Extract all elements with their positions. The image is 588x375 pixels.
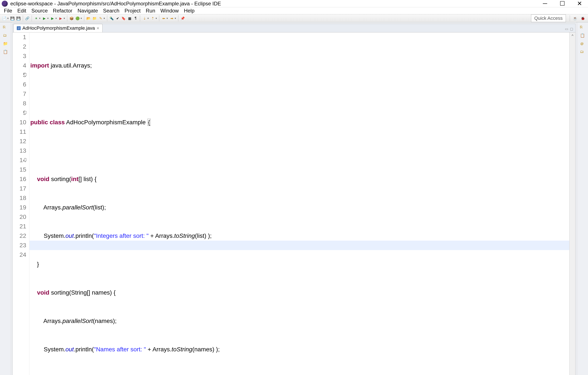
menu-refactor[interactable]: Refactor bbox=[51, 7, 74, 14]
scroll-up-icon[interactable]: ˄ bbox=[571, 32, 574, 42]
menu-navigate[interactable]: Navigate bbox=[75, 7, 100, 14]
fold-icon[interactable]: − bbox=[24, 111, 27, 114]
forward-icon[interactable]: ➡ bbox=[169, 16, 174, 21]
menu-source[interactable]: Source bbox=[29, 7, 50, 14]
pin-icon[interactable]: 📌 bbox=[180, 16, 185, 21]
dropdown-icon[interactable]: ▾ bbox=[104, 17, 105, 20]
main-area: ⎘ 🗂 📁 📋 J AdHocPolymorphismExample.java … bbox=[0, 22, 588, 375]
block-select-icon[interactable]: ▦ bbox=[127, 16, 132, 21]
maximize-button[interactable]: ☐ bbox=[558, 0, 567, 7]
menu-file[interactable]: File bbox=[2, 7, 14, 14]
menu-edit[interactable]: Edit bbox=[15, 7, 28, 14]
run-icon[interactable]: ▶ bbox=[42, 16, 47, 21]
line-number-gutter: 1 2 3 4 5− 6 7 8 9− 10 11 12 13 14− bbox=[13, 32, 30, 375]
save-icon[interactable]: 💾 bbox=[10, 16, 15, 21]
editor-panel: J AdHocPolymorphismExample.java ✕ ▭ ▢ 1 … bbox=[12, 24, 576, 375]
new-class-icon[interactable]: 🟢 bbox=[75, 16, 80, 21]
editor-tab-label: AdHocPolymorphismExample.java bbox=[22, 25, 95, 31]
new-icon[interactable]: 📄 bbox=[2, 16, 7, 21]
fold-icon[interactable]: − bbox=[24, 73, 27, 76]
menu-bar: File Edit Source Refactor Navigate Searc… bbox=[0, 7, 588, 14]
save-all-icon[interactable]: 💾 bbox=[16, 16, 21, 21]
debug-perspective-icon[interactable]: 🐞 bbox=[580, 15, 586, 21]
java-perspective-icon[interactable]: ☕ bbox=[572, 15, 578, 21]
new-task-icon[interactable]: ✎ bbox=[98, 16, 103, 21]
type-hierarchy-icon[interactable]: 🗂 bbox=[580, 49, 585, 55]
close-button[interactable]: ✕ bbox=[575, 0, 584, 7]
quick-access-input[interactable]: Quick Access bbox=[531, 14, 566, 22]
dropdown-icon[interactable]: ▾ bbox=[39, 17, 40, 20]
editor-tab-bar: J AdHocPolymorphismExample.java ✕ ▭ ▢ bbox=[13, 24, 575, 32]
debug-icon[interactable]: ✴ bbox=[33, 16, 39, 21]
java-file-icon: J bbox=[17, 26, 21, 30]
editor-tab-active[interactable]: J AdHocPolymorphismExample.java ✕ bbox=[13, 24, 103, 32]
maximize-view-icon[interactable]: ▢ bbox=[570, 27, 573, 31]
task-list-icon[interactable]: 📋 bbox=[580, 33, 585, 38]
left-trim: ⎘ 🗂 📁 📋 bbox=[0, 22, 11, 375]
next-annotation-icon[interactable]: ⇣ bbox=[142, 16, 147, 21]
navigator-icon[interactable]: 📋 bbox=[3, 49, 8, 55]
restore-icon[interactable]: ⎘ bbox=[3, 25, 8, 30]
dropdown-icon[interactable]: ▾ bbox=[167, 17, 168, 20]
code-editor[interactable]: 1 2 3 4 5− 6 7 8 9− 10 11 12 13 14− bbox=[13, 32, 575, 375]
menu-help[interactable]: Help bbox=[182, 7, 197, 14]
window-title: eclipse-workspace - JavaPolymorphism/src… bbox=[10, 1, 541, 7]
package-explorer-icon[interactable]: 🗂 bbox=[3, 33, 8, 38]
dropdown-icon[interactable]: ▾ bbox=[156, 17, 157, 20]
dropdown-icon[interactable]: ▾ bbox=[147, 17, 149, 20]
menu-project[interactable]: Project bbox=[123, 7, 143, 14]
right-trim: ⎘ 📋 ＠ 🗂 bbox=[577, 22, 588, 375]
open-type-icon[interactable]: 📂 bbox=[86, 16, 91, 21]
prev-annotation-icon[interactable]: ⇡ bbox=[150, 16, 155, 21]
eclipse-icon bbox=[2, 1, 8, 7]
restore-icon[interactable]: ⎘ bbox=[580, 25, 585, 30]
minimize-button[interactable]: ─ bbox=[541, 0, 549, 7]
fold-icon[interactable]: − bbox=[24, 159, 27, 161]
minimize-view-icon[interactable]: ▭ bbox=[565, 27, 568, 31]
toggle-mark-icon[interactable]: ✔ bbox=[115, 16, 120, 21]
search-icon[interactable]: 🔦 bbox=[109, 16, 114, 21]
show-whitespace-icon[interactable]: ¶ bbox=[133, 16, 138, 21]
tool-bar: 📄▾ 💾 💾 🔗 ✴▾ ▶▾ ▶▾ ▶▾ 📦 🟢▾ 📂 📁 ✎▾ 🔦 ✔ 🔖 ▦… bbox=[0, 14, 588, 22]
menu-window[interactable]: Window bbox=[158, 7, 181, 14]
project-explorer-icon[interactable]: 📁 bbox=[3, 41, 8, 46]
title-bar: eclipse-workspace - JavaPolymorphism/src… bbox=[0, 0, 588, 7]
dropdown-icon[interactable]: ▾ bbox=[81, 17, 82, 20]
ext-tools-icon[interactable]: ▶ bbox=[58, 16, 63, 21]
dropdown-icon[interactable]: ▾ bbox=[175, 17, 176, 20]
coverage-icon[interactable]: ▶ bbox=[50, 16, 55, 21]
menu-run[interactable]: Run bbox=[144, 7, 157, 14]
back-icon[interactable]: ⬅ bbox=[161, 16, 166, 21]
new-package-icon[interactable]: 📦 bbox=[69, 16, 74, 21]
vertical-scrollbar[interactable]: ˄ ˅ bbox=[569, 32, 575, 375]
outline-icon[interactable]: ＠ bbox=[580, 41, 585, 46]
dropdown-icon[interactable]: ▾ bbox=[55, 17, 57, 20]
link-icon[interactable]: 🔗 bbox=[25, 16, 30, 21]
annotation-icon[interactable]: 🔖 bbox=[121, 16, 126, 21]
menu-search[interactable]: Search bbox=[101, 7, 122, 14]
code-text[interactable]: import java.util.Arrays; public class Ad… bbox=[30, 32, 575, 375]
dropdown-icon[interactable]: ▾ bbox=[47, 17, 49, 20]
open-task-icon[interactable]: 📁 bbox=[92, 16, 97, 21]
dropdown-icon[interactable]: ▾ bbox=[7, 17, 9, 20]
dropdown-icon[interactable]: ▾ bbox=[64, 17, 65, 20]
close-icon[interactable]: ✕ bbox=[96, 26, 99, 30]
